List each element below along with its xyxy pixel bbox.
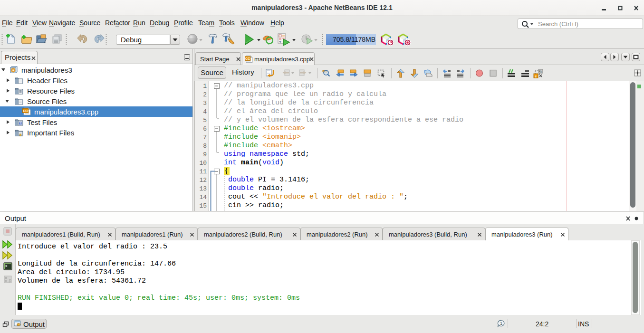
- svg-text:CC: CC: [245, 57, 250, 60]
- svg-text:h: h: [540, 70, 542, 73]
- svg-text:c: c: [535, 75, 537, 78]
- svg-text:CC: CC: [23, 109, 28, 113]
- svg-text:1: 1: [500, 321, 502, 326]
